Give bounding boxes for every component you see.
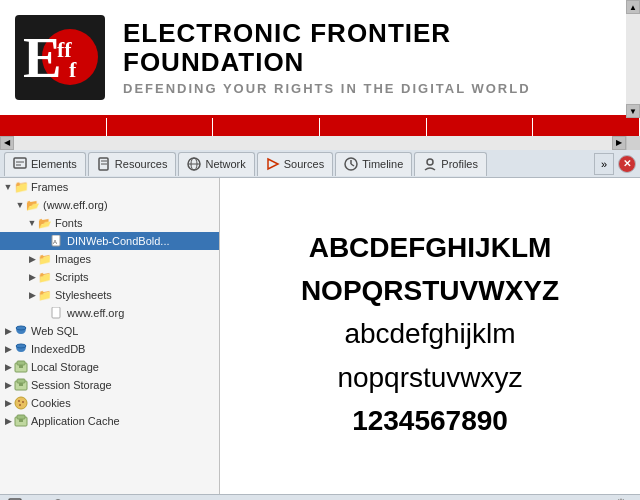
nav-segment-6[interactable]: [533, 118, 640, 136]
sidebar-item-cookies[interactable]: Cookies: [0, 394, 219, 412]
gear-icon[interactable]: [612, 496, 630, 501]
frames-label: Frames: [31, 181, 68, 193]
frames-folder-icon: 📁: [14, 180, 28, 194]
font-preview-line-5: 1234567890: [301, 401, 559, 440]
profiles-icon: [423, 157, 437, 171]
sidebar-item-fonts[interactable]: 📂 Fonts: [0, 214, 219, 232]
sidebar-item-images[interactable]: 📁 Images: [0, 250, 219, 268]
images-folder-icon: 📁: [38, 252, 52, 266]
nav-segment-1[interactable]: [0, 118, 107, 136]
tab-timeline-label: Timeline: [362, 158, 403, 170]
banner: E ff f ELECTRONIC FRONTIER FOUNDATION DE…: [0, 0, 640, 118]
font-file-label: DINWeb-CondBold...: [67, 235, 170, 247]
wwwefforg-file-label: www.eff.org: [67, 307, 124, 319]
wwwefforg-label: (www.eff.org): [43, 199, 108, 211]
sidebar-item-session-storage[interactable]: Session Storage: [0, 376, 219, 394]
elements-icon: [13, 157, 27, 171]
fonts-arrow: [26, 217, 38, 229]
tab-profiles-label: Profiles: [441, 158, 478, 170]
close-devtools-button[interactable]: ✕: [618, 155, 636, 173]
svg-point-33: [18, 400, 20, 402]
stylesheets-arrow: [26, 289, 38, 301]
scroll-corner: [626, 136, 640, 150]
scripts-folder-icon: 📁: [38, 270, 52, 284]
devtools-main: 📁 Frames 📂 (www.eff.org) 📂 Fonts A DINWe…: [0, 178, 640, 494]
list-icon[interactable]: [28, 496, 46, 501]
tab-elements[interactable]: Elements: [4, 152, 86, 176]
tab-resources[interactable]: Resources: [88, 152, 177, 176]
sidebar-item-scripts[interactable]: 📁 Scripts: [0, 268, 219, 286]
session-storage-icon: [14, 378, 28, 392]
indexeddb-label: IndexedDB: [31, 343, 85, 355]
session-storage-arrow: [2, 379, 14, 391]
nav-segment-5[interactable]: [427, 118, 534, 136]
svg-rect-31: [19, 383, 23, 386]
h-scroll-left[interactable]: ◀: [0, 136, 14, 150]
scripts-arrow: [26, 271, 38, 283]
font-preview-line-1: ABCDEFGHIJKLM: [301, 228, 559, 267]
sidebar-item-wwwefforg-file[interactable]: www.eff.org: [0, 304, 219, 322]
svg-line-17: [351, 164, 354, 166]
svg-point-34: [22, 401, 24, 403]
tab-profiles[interactable]: Profiles: [414, 152, 487, 176]
svg-rect-5: [14, 158, 26, 168]
more-tabs-button[interactable]: »: [594, 153, 614, 175]
cookies-arrow: [2, 397, 14, 409]
sidebar-item-stylesheets[interactable]: 📁 Stylesheets: [0, 286, 219, 304]
svg-marker-14: [268, 159, 278, 169]
svg-point-32: [15, 397, 27, 409]
sidebar-item-indexeddb[interactable]: IndexedDB: [0, 340, 219, 358]
nav-segment-4[interactable]: [320, 118, 427, 136]
h-scroll-bar: ◀ ▶: [0, 136, 640, 150]
network-icon: [187, 157, 201, 171]
cookies-label: Cookies: [31, 397, 71, 409]
h-scroll-track: [14, 136, 612, 150]
wwwefforg-arrow: [14, 199, 26, 211]
cookies-icon: [14, 396, 28, 410]
banner-subtitle: DEFENDING YOUR RIGHTS IN THE DIGITAL WOR…: [123, 81, 625, 96]
tab-timeline[interactable]: Timeline: [335, 152, 412, 176]
scroll-up-arrow[interactable]: ▲: [626, 0, 640, 14]
sidebar-item-local-storage[interactable]: Local Storage: [0, 358, 219, 376]
local-storage-label: Local Storage: [31, 361, 99, 373]
scroll-down-arrow[interactable]: ▼: [626, 104, 640, 118]
h-scroll-right[interactable]: ▶: [612, 136, 626, 150]
sidebar-item-font-file[interactable]: A DINWeb-CondBold...: [0, 232, 219, 250]
font-preview: ABCDEFGHIJKLM NOPQRSTUVWXYZ abcdefghijkl…: [301, 228, 559, 444]
svg-rect-21: [52, 307, 60, 318]
websql-icon: [14, 324, 28, 338]
wwwefforg-file-arrow: [38, 307, 50, 319]
tab-sources-label: Sources: [284, 158, 324, 170]
timeline-icon: [344, 157, 358, 171]
sources-icon: [266, 157, 280, 171]
sidebar-item-wwwefforg[interactable]: 📂 (www.eff.org): [0, 196, 219, 214]
stylesheets-label: Stylesheets: [55, 289, 112, 301]
sidebar-item-app-cache[interactable]: Application Cache: [0, 412, 219, 430]
dock-icon[interactable]: [6, 496, 24, 501]
images-arrow: [26, 253, 38, 265]
resources-icon: [97, 157, 111, 171]
eff-logo: E ff f: [15, 15, 105, 100]
tab-sources[interactable]: Sources: [257, 152, 333, 176]
search-icon[interactable]: [50, 496, 68, 501]
font-preview-line-4: nopqrstuvwxyz: [301, 358, 559, 397]
fonts-folder-icon: 📂: [38, 216, 52, 230]
sidebar-item-frames[interactable]: 📁 Frames: [0, 178, 219, 196]
app-cache-label: Application Cache: [31, 415, 120, 427]
svg-rect-27: [17, 361, 25, 365]
svg-text:A: A: [53, 239, 57, 245]
tab-network[interactable]: Network: [178, 152, 254, 176]
nav-segment-3[interactable]: [213, 118, 320, 136]
font-file-arrow: [38, 235, 50, 247]
svg-point-35: [19, 404, 21, 406]
font-preview-line-2: NOPQRSTUVWXYZ: [301, 271, 559, 310]
local-storage-arrow: [2, 361, 14, 373]
websql-label: Web SQL: [31, 325, 79, 337]
svg-text:E: E: [23, 25, 62, 90]
nav-segment-2[interactable]: [107, 118, 214, 136]
frames-arrow: [2, 181, 14, 193]
font-file-icon: A: [50, 234, 64, 248]
banner-scrollbar: ▲ ▼: [626, 0, 640, 118]
sidebar-item-websql[interactable]: Web SQL: [0, 322, 219, 340]
scroll-track: [626, 14, 640, 104]
